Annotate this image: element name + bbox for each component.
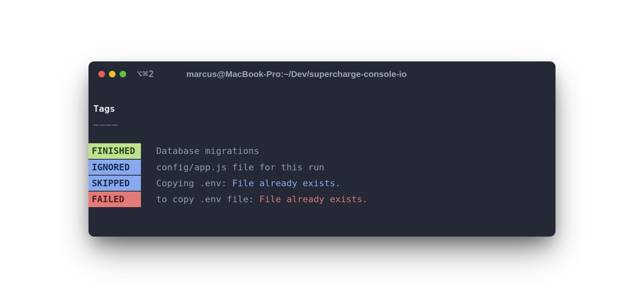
log-message: Database migrations [151,143,259,158]
log-line: FAILED to copy .env file: File already e… [88,192,556,207]
log-message-text: config/app.js file for this run [151,162,324,172]
log-message: to copy .env file: File already exists. [151,192,368,207]
status-tag: FAILED [88,192,141,207]
log-line: SKIPPED Copying .env: File already exist… [88,176,556,191]
log-line: IGNORED config/app.js file for this run [88,160,556,175]
terminal-output[interactable]: Tags ———— FINISHED Database migrationsIG… [88,85,556,236]
log-message-text: to copy .env file: [151,194,259,204]
section-underline: ———— [88,117,556,132]
traffic-lights [98,71,126,77]
minimize-icon[interactable] [109,71,116,77]
log-message: config/app.js file for this run [151,160,324,175]
status-tag: FINISHED [88,143,141,158]
tab-shortcut: ⌥⌘2 [137,69,154,79]
log-message: Copying .env: File already exists. [151,176,341,191]
close-icon[interactable] [98,71,105,77]
log-message-text: Copying .env: [151,178,232,188]
zoom-icon[interactable] [120,71,126,77]
window-titlebar: ⌥⌘2 marcus@MacBook-Pro:~/Dev/supercharge… [88,61,556,85]
window-title: marcus@MacBook-Pro:~/Dev/supercharge-con… [186,69,407,79]
log-message-highlight: File already exists. [259,194,368,204]
status-tag: IGNORED [88,160,141,175]
terminal-window: ⌥⌘2 marcus@MacBook-Pro:~/Dev/supercharge… [88,61,556,236]
status-tag: SKIPPED [88,176,141,191]
log-line: FINISHED Database migrations [88,143,556,158]
log-message-highlight: File already exists. [232,178,341,188]
section-heading: Tags [88,101,556,116]
log-message-text: Database migrations [151,146,259,156]
